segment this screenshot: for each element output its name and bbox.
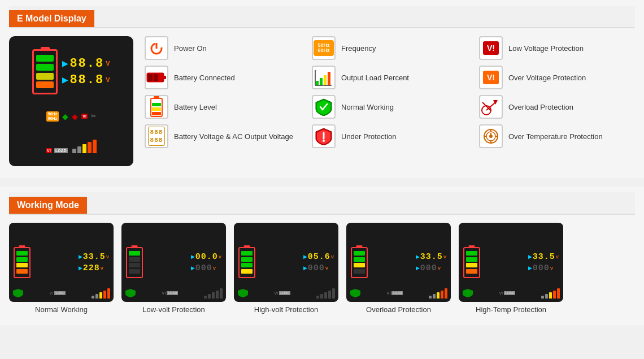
svg-rect-7: [320, 78, 323, 85]
battery-connected-icon: [146, 71, 167, 84]
mode-battery-normal: [14, 247, 31, 278]
svg-rect-3: [164, 76, 166, 79]
working-section: Working Mode ▶: [0, 187, 644, 325]
mode-display-normal: ▶ 33.5 V ▶ 228 V: [9, 223, 114, 302]
mode-label-high-volt: High-volt Protection: [254, 305, 318, 314]
mode-card-overload: ▶ 33.5 V ▶ 000 V: [346, 223, 451, 314]
mode-battery-overload: [351, 247, 368, 278]
icon-label-low-voltage: Low Voltage Protection: [508, 44, 584, 53]
icon-item-battery-connected: Battery Connected: [145, 66, 301, 89]
mode-label-low-volt: Low-volt Protection: [142, 305, 205, 314]
mode-label-high-temp: High-Temp Protection: [476, 305, 546, 314]
mode-battery-high-temp: [463, 247, 480, 278]
over-voltage-icon: V!: [483, 71, 499, 84]
lcd-display: ▶ 88.8 V ▶ 88.8 V: [9, 36, 133, 166]
mode-label-overload: Overload Protection: [366, 305, 431, 314]
svg-point-23: [323, 140, 325, 142]
mode-digits-high-volt: ▶ 05.6 V ▶ 000 V: [303, 252, 334, 273]
mode-bottom-high-temp: V!LOAD: [462, 287, 560, 299]
icon-item-battery-level: Battery Level: [145, 95, 301, 119]
icon-item-battery-voltage: 888 888 Battery Voltage & AC Output Volt…: [145, 124, 301, 148]
mode-shield-overload: [350, 288, 361, 297]
icon-label-normal-working: Normal Working: [341, 103, 394, 111]
lcd-digit-bottom: 88.8: [69, 73, 104, 87]
icon-label-output-load: Output Load Percent: [341, 73, 409, 82]
icon-box-battery-connected: [145, 66, 168, 89]
output-load-icon: [315, 68, 333, 86]
power-on-icon: [147, 39, 166, 57]
svg-rect-16: [152, 103, 161, 106]
icon-label-over-temp: Over Temperature Protection: [508, 132, 603, 141]
lcd-battery-icon: [32, 49, 58, 94]
mode-battery-high-volt: [238, 247, 255, 278]
icon-label-overload-protection: Overload Protection: [508, 103, 573, 111]
low-voltage-icon: V!: [483, 41, 499, 55]
battery-level-icon: [150, 96, 163, 118]
icon-box-power-on: [145, 36, 168, 60]
svg-rect-9: [328, 72, 330, 85]
icon-item-overload-protection: Overload Protection: [479, 95, 635, 119]
mode-digits-low-volt: ▶ 00.0 V ▶ 000 V: [191, 252, 221, 273]
icon-label-over-voltage: Over Voltage Protection: [508, 73, 586, 82]
frequency-icon: 50Hz 60Hz: [314, 40, 334, 56]
mode-label-normal: Normal Working: [35, 305, 88, 314]
mode-card-high-volt: ▶ 05.6 V ▶ 000 V: [234, 223, 338, 314]
mode-digits-overload: ▶ 33.5 V ▶ 000 V: [416, 252, 446, 273]
icon-label-battery-connected: Battery Connected: [174, 73, 235, 82]
mode-digits-normal: ▶ 33.5 V ▶ 228 V: [79, 252, 109, 273]
svg-rect-15: [152, 107, 161, 111]
svg-rect-6: [316, 81, 319, 85]
normal-working-icon: [315, 98, 333, 116]
icon-item-under-protection: Under Protection: [312, 124, 468, 148]
mode-bottom-high-volt: V!LOAD: [237, 287, 335, 299]
mode-bottom-normal: V!LOAD: [12, 287, 110, 299]
icon-box-frequency: 50Hz 60Hz: [312, 36, 336, 60]
under-protection-icon: [315, 127, 333, 145]
icon-label-battery-voltage: Battery Voltage & AC Output Voltage: [174, 132, 293, 141]
mode-display-high-volt: ▶ 05.6 V ▶ 000 V: [234, 223, 338, 302]
icon-item-over-voltage: V! Over Voltage Protection: [479, 66, 635, 89]
icon-box-overload-protection: [479, 95, 503, 119]
mode-bottom-overload: V!LOAD: [350, 287, 447, 299]
icon-box-normal-working: [312, 95, 336, 119]
icon-item-frequency: 50Hz 60Hz Frequency: [312, 36, 468, 60]
svg-rect-4: [148, 74, 153, 81]
icon-item-low-voltage: V! Low Voltage Protection: [479, 36, 635, 60]
mode-battery-low-volt: [126, 247, 143, 278]
battery-voltage-icon: 888 888: [148, 127, 166, 146]
icon-box-over-temp: [479, 124, 503, 148]
icon-item-power-on: Power On: [145, 36, 301, 60]
svg-rect-14: [152, 112, 161, 115]
over-temp-icon: [481, 127, 501, 145]
mode-card-high-temp: ▶ 33.5 V ▶ 000 V: [459, 223, 563, 314]
overload-protection-icon: [481, 98, 501, 116]
svg-rect-8: [324, 75, 327, 85]
icon-box-output-load: [312, 66, 336, 89]
icon-item-output-load: Output Load Percent: [312, 66, 468, 89]
mode-display-low-volt: ▶ 00.0 V ▶ 000 V: [121, 223, 226, 302]
mode-digits-high-temp: ▶ 33.5 V ▶ 000 V: [528, 252, 559, 273]
icon-box-low-voltage: V!: [479, 36, 503, 60]
mode-bottom-low-volt: V!LOAD: [125, 287, 223, 299]
icon-box-under-protection: [312, 124, 336, 148]
mode-display-overload: ▶ 33.5 V ▶ 000 V: [346, 223, 451, 302]
mode-shield-normal: [12, 288, 24, 297]
working-mode-title: Working Mode: [9, 197, 87, 214]
mode-shield-high-volt: [237, 288, 249, 297]
icons-grid: Power On 50Hz 60Hz Frequency V! Low Volt…: [145, 36, 635, 148]
emodel-title: E Model Display: [9, 10, 94, 27]
lcd-digit-top: 88.8: [69, 57, 104, 71]
icon-label-battery-level: Battery Level: [174, 103, 217, 111]
icon-label-power-on: Power On: [174, 44, 207, 53]
icon-box-over-voltage: V!: [479, 66, 503, 89]
icon-label-frequency: Frequency: [341, 44, 376, 53]
icon-item-normal-working: Normal Working: [312, 95, 468, 119]
mode-card-low-volt: ▶ 00.0 V ▶ 000 V: [121, 223, 226, 314]
mode-shield-low-volt: [125, 288, 136, 297]
svg-rect-5: [154, 74, 158, 81]
icon-label-under-protection: Under Protection: [341, 132, 397, 141]
mode-shield-high-temp: [462, 288, 473, 297]
emodel-content: ▶ 88.8 V ▶ 88.8 V: [9, 36, 635, 166]
emodel-section: E Model Display: [0, 0, 644, 178]
icon-box-battery-voltage: 888 888: [145, 124, 168, 148]
